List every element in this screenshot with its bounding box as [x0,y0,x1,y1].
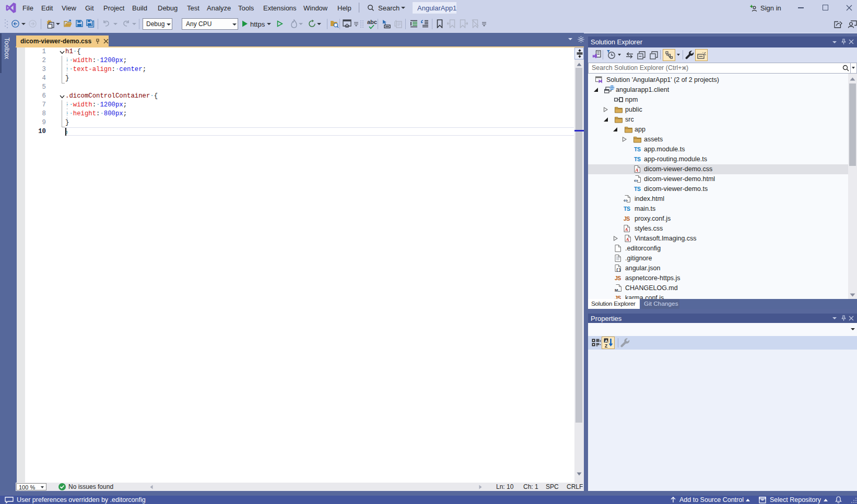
svg-text:A: A [625,227,628,232]
svg-text:{}: {} [616,267,621,272]
svg-text:A: A [635,167,639,173]
svg-text:A: A [626,237,629,242]
svg-text:A: A [605,339,608,343]
svg-text:M↓: M↓ [615,288,620,292]
svg-text:Z: Z [605,343,607,348]
